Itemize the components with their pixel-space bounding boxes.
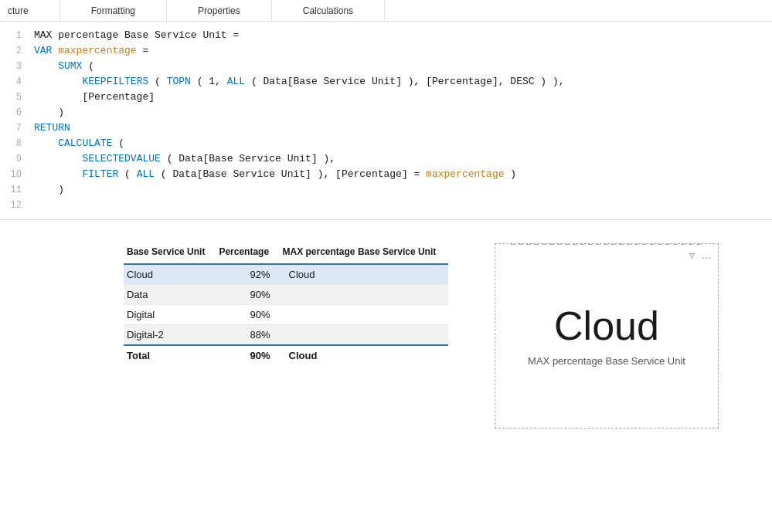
cell-max-percentage [280,325,448,346]
cell-base-service-unit: Digital [124,305,216,325]
code-token [34,137,58,149]
code-token: ( Data[Base Service Unit] ), [Percentage… [155,168,426,180]
cell-max-percentage: Cloud [280,264,448,285]
code-token: ( [82,60,94,72]
code-line: 3 SUMX ( [0,59,772,74]
nav-item-calculations[interactable]: Calculations [272,0,385,21]
table-row[interactable]: Data90% [124,285,448,305]
card-icons: ▿ … [689,249,712,261]
code-token: maxpercentage [58,45,136,56]
total-percentage: 90% [216,345,279,365]
code-token: KEEPFILTERS [82,76,148,87]
cell-max-percentage [280,305,448,325]
cell-base-service-unit: Data [124,285,216,305]
line-content: VAR maxpercentage = [34,43,148,59]
line-number: 3 [6,59,22,74]
line-number: 1 [6,28,22,43]
code-token [34,76,82,87]
data-table-wrapper: Base Service Unit Percentage MAX percent… [124,243,448,365]
line-number: 2 [6,43,22,59]
nav-item-formatting[interactable]: Formatting [60,0,167,21]
code-editor[interactable]: 1MAX percentage Base Service Unit =2VAR … [0,22,772,220]
cell-percentage: 92% [216,264,279,285]
code-line: 2VAR maxpercentage = [0,43,772,59]
cell-percentage: 90% [216,305,279,325]
code-token [34,153,82,164]
code-token: ) [505,168,517,180]
code-line: 6 ) [0,105,772,120]
line-number: 12 [6,198,22,213]
code-token: maxpercentage [426,168,504,180]
nav-item-structure[interactable]: cture [0,0,60,21]
more-options-icon[interactable]: … [701,249,712,261]
cell-percentage: 88% [216,325,279,346]
lower-content: Base Service Unit Percentage MAX percent… [0,220,772,444]
data-table: Base Service Unit Percentage MAX percent… [124,243,448,365]
code-token: TOPN [167,76,191,87]
code-token: ( [112,137,124,149]
code-token: FILTER [82,168,118,180]
col-header-max-percentage: MAX percentage Base Service Unit [280,243,448,264]
code-token [34,60,58,72]
col-header-base-service-unit: Base Service Unit [124,243,216,264]
line-content: SUMX ( [34,59,94,74]
table-row[interactable]: Cloud92%Cloud [124,264,448,285]
total-label: Total [124,345,216,365]
cell-base-service-unit: Cloud [124,264,216,285]
code-token: SUMX [58,60,82,72]
code-line: 7RETURN [0,120,772,136]
card-value: Cloud [554,306,659,346]
cell-percentage: 90% [216,285,279,305]
line-content: FILTER ( ALL ( Data[Base Service Unit] )… [34,167,516,182]
code-token: SELECTEDVALUE [82,153,160,164]
line-number: 5 [6,90,22,105]
line-number: 9 [6,151,22,167]
code-token: [Percentage] [34,91,155,103]
table-header-row: Base Service Unit Percentage MAX percent… [124,243,448,264]
code-token: CALCULATE [58,137,112,149]
code-token [34,168,82,180]
line-content: CALCULATE ( [34,136,124,151]
code-token: RETURN [34,122,70,134]
col-header-percentage: Percentage [216,243,279,264]
code-token: ) [34,184,64,195]
line-number: 7 [6,120,22,136]
filter-icon[interactable]: ▿ [689,249,695,261]
table-total-row: Total90%Cloud [124,345,448,365]
line-content: SELECTEDVALUE ( Data[Base Service Unit] … [34,151,335,167]
code-token: ( [118,168,136,180]
line-content: ) [34,105,64,120]
cell-max-percentage [280,285,448,305]
top-navigation: cture Formatting Properties Calculations [0,0,772,22]
card-widget: ▿ … Cloud MAX percentage Base Service Un… [495,243,719,429]
code-token: ALL [137,168,155,180]
code-line: 1MAX percentage Base Service Unit = [0,28,772,43]
code-token: MAX percentage Base Service Unit = [34,29,239,41]
table-row[interactable]: Digital-288% [124,325,448,346]
line-content: RETURN [34,120,70,136]
code-token: ( Data[Base Service Unit] ), [161,153,335,164]
code-token: ALL [227,76,245,87]
code-token: ( Data[Base Service Unit] ), [Percentage… [245,76,564,87]
code-token: ( 1, [191,76,227,87]
nav-item-properties[interactable]: Properties [167,0,272,21]
line-content: [Percentage] [34,90,155,105]
code-line: 9 SELECTEDVALUE ( Data[Base Service Unit… [0,151,772,167]
code-token: VAR [34,45,58,56]
table-row[interactable]: Digital90% [124,305,448,325]
line-content: MAX percentage Base Service Unit = [34,28,239,43]
code-token: ( [148,76,166,87]
code-line: 11 ) [0,182,772,198]
line-number: 6 [6,105,22,120]
total-max: Cloud [280,345,448,365]
line-number: 8 [6,136,22,151]
line-number: 10 [6,167,22,182]
card-label: MAX percentage Base Service Unit [528,355,685,367]
code-line: 12 [0,198,772,213]
cell-base-service-unit: Digital-2 [124,325,216,346]
line-content: KEEPFILTERS ( TOPN ( 1, ALL ( Data[Base … [34,74,565,90]
code-line: 5 [Percentage] [0,90,772,105]
code-token: = [137,45,149,56]
line-content: ) [34,182,64,198]
code-line: 4 KEEPFILTERS ( TOPN ( 1, ALL ( Data[Bas… [0,74,772,90]
